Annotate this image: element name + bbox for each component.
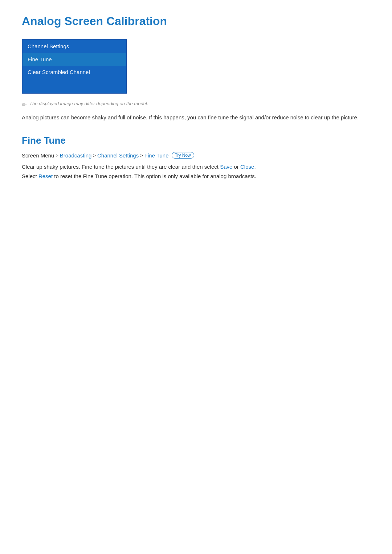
menu-header: Channel Settings (23, 40, 126, 53)
breadcrumb-sep-1: > (56, 153, 58, 158)
breadcrumb-broadcasting[interactable]: Broadcasting (60, 152, 92, 159)
reset-link-text[interactable]: Reset (38, 173, 53, 179)
try-now-badge[interactable]: Try Now (172, 152, 194, 159)
pencil-icon: ✏ (22, 101, 26, 108)
body-text-before-save: Clear up shaky pictures. Fine tune the p… (22, 164, 219, 170)
breadcrumb-fine-tune[interactable]: Fine Tune (144, 152, 169, 159)
breadcrumb-sep-2: > (93, 153, 96, 158)
menu-panel: Channel Settings Fine Tune Clear Scrambl… (22, 39, 127, 94)
fine-tune-body: Clear up shaky pictures. Fine tune the p… (22, 162, 370, 181)
note-text: The displayed image may differ depending… (29, 101, 148, 106)
breadcrumb: Screen Menu > Broadcasting > Channel Set… (22, 152, 370, 159)
page-title: Analog Screen Calibration (22, 15, 370, 28)
menu-item-clear-scrambled[interactable]: Clear Scrambled Channel (23, 66, 126, 78)
save-link[interactable]: Save (220, 164, 232, 170)
body-select-word: Select (22, 173, 37, 179)
breadcrumb-screen-menu: Screen Menu (22, 152, 54, 159)
breadcrumb-channel-settings[interactable]: Channel Settings (97, 152, 139, 159)
body-or-word: or (234, 164, 239, 170)
body-end-text: to reset the Fine Tune operation. This o… (54, 173, 256, 179)
description-text: Analog pictures can become shaky and ful… (22, 113, 370, 122)
note-row: ✏ The displayed image may differ dependi… (22, 101, 370, 108)
menu-item-fine-tune[interactable]: Fine Tune (23, 53, 126, 66)
fine-tune-section-title: Fine Tune (22, 135, 370, 146)
breadcrumb-sep-3: > (140, 153, 143, 158)
close-link-text[interactable]: Close (240, 164, 254, 170)
